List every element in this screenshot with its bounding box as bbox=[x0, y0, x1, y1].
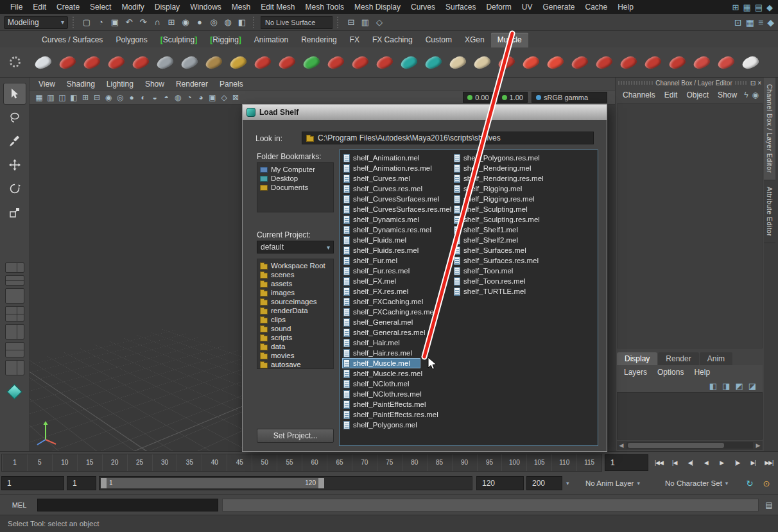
project-folder-item[interactable]: data bbox=[259, 342, 288, 351]
auto-keyframe-icon[interactable]: ⊙ bbox=[760, 477, 773, 490]
viewport-icon[interactable]: ● bbox=[126, 92, 137, 103]
anim-layer-dropdown[interactable]: No Anim Layer ▾ bbox=[585, 476, 640, 490]
playback-button[interactable]: ▶▶| bbox=[761, 454, 777, 472]
menu-item[interactable]: Deform bbox=[481, 1, 516, 13]
menu-item[interactable]: Create bbox=[51, 1, 85, 13]
playback-button[interactable]: ▶ bbox=[714, 454, 730, 472]
shelf-tool-button[interactable] bbox=[739, 50, 761, 74]
panel-menu-item[interactable]: Lighting bbox=[101, 78, 139, 90]
select-tool[interactable] bbox=[3, 83, 26, 105]
shelf-tool-button[interactable] bbox=[496, 50, 517, 74]
layer-editor-menu-item[interactable]: Options bbox=[653, 366, 688, 378]
dialog-titlebar[interactable]: Load Shelf bbox=[243, 105, 607, 120]
shelf-tab[interactable]: [Rigging] bbox=[203, 33, 248, 47]
playback-end-field[interactable]: 120 bbox=[476, 476, 524, 490]
file-item[interactable]: shelf_Muscle.mel bbox=[342, 358, 420, 368]
toolbar-corner-icon[interactable]: ≡ bbox=[758, 17, 763, 28]
shelf-tool-button[interactable] bbox=[544, 50, 566, 74]
sidebar-vertical-tab[interactable]: Channel Box / Layer Editor bbox=[764, 78, 775, 180]
panel-menu-item[interactable]: View bbox=[33, 78, 60, 90]
file-item[interactable]: shelf_Fluids.mel bbox=[342, 235, 417, 245]
shelf-tool-button[interactable] bbox=[56, 50, 78, 74]
file-item[interactable]: shelf_Fur.res.mel bbox=[342, 266, 420, 276]
shelf-tool-button[interactable] bbox=[130, 50, 151, 74]
range-end-handle[interactable] bbox=[318, 478, 324, 488]
layout-button-outliner-small[interactable] bbox=[5, 262, 24, 273]
file-item[interactable]: shelf_Curves.res.mel bbox=[342, 184, 433, 194]
file-item[interactable]: shelf_Surfaces.res.mel bbox=[453, 255, 549, 266]
toolbar-icon[interactable]: ◍ bbox=[221, 16, 234, 29]
file-item[interactable]: shelf_Animation.mel bbox=[342, 153, 430, 163]
file-item[interactable]: shelf_Hair.mel bbox=[342, 338, 410, 348]
paint-select-tool[interactable] bbox=[3, 130, 26, 152]
shelf-tool-button[interactable] bbox=[398, 50, 420, 74]
toolbar-icon[interactable]: ↶ bbox=[123, 16, 135, 29]
shelf-tool-button[interactable] bbox=[715, 50, 737, 74]
viewport-icon[interactable]: ⊟ bbox=[91, 92, 103, 103]
live-surface-field[interactable]: No Live Surface bbox=[261, 16, 333, 29]
layer-editor-tab[interactable]: Display bbox=[617, 352, 657, 365]
panel-menu-item[interactable]: Shading bbox=[62, 78, 100, 90]
toolbar-icon[interactable]: ∩ bbox=[151, 16, 164, 29]
toolbar-corner-icon[interactable]: ▦ bbox=[746, 17, 754, 28]
layer-editor-icon[interactable]: ◪ bbox=[748, 381, 756, 391]
viewport-icon[interactable]: ▦ bbox=[33, 92, 45, 103]
layout-button-outliner-persp[interactable] bbox=[5, 360, 24, 375]
sidebar-vertical-tab[interactable]: Attribute Editor bbox=[764, 180, 775, 243]
file-item[interactable]: shelf_Curves.mel bbox=[342, 173, 420, 184]
scrollbar-track[interactable] bbox=[627, 442, 753, 449]
menu-item[interactable]: Surfaces bbox=[440, 1, 481, 13]
project-folder-item[interactable]: images bbox=[259, 288, 297, 297]
menu-item[interactable]: Display bbox=[150, 1, 185, 13]
shelf-tool-button[interactable] bbox=[81, 50, 103, 74]
menu-item[interactable]: Edit Mesh bbox=[255, 1, 300, 13]
move-tool[interactable] bbox=[3, 154, 26, 176]
file-item[interactable]: shelf_Surfaces.mel bbox=[453, 245, 537, 255]
file-item[interactable]: shelf_TURTLE.mel bbox=[453, 286, 536, 296]
playback-button[interactable]: ◀| bbox=[682, 454, 698, 472]
project-folder-item[interactable]: movies bbox=[259, 351, 297, 360]
range-options-dropdown[interactable]: ▾ bbox=[566, 476, 569, 490]
project-folder-item[interactable]: renderData bbox=[259, 306, 311, 315]
look-in-combo[interactable]: C:\Program Files\Autodesk\Maya2016\scrip… bbox=[302, 132, 594, 144]
playback-button[interactable]: |▶ bbox=[730, 454, 746, 472]
shelf-tab[interactable]: Custom bbox=[419, 33, 458, 47]
toolbar-icon[interactable]: ◎ bbox=[207, 16, 220, 29]
channel-box-menu-icon[interactable]: ϟ bbox=[744, 90, 748, 99]
range-start-handle[interactable] bbox=[101, 478, 107, 488]
playback-range-bar[interactable]: 1 120 bbox=[101, 478, 324, 488]
toolbar-icon[interactable]: ◇ bbox=[373, 16, 386, 29]
animation-end-field[interactable]: 200 bbox=[526, 476, 562, 490]
character-set-dropdown[interactable]: No Character Set ▾ bbox=[665, 476, 728, 490]
file-item[interactable]: shelf_NCloth.mel bbox=[342, 379, 420, 389]
shelf-file-list[interactable]: shelf_Animation.mel shelf_Animation.res.… bbox=[339, 150, 598, 446]
viewport-icon[interactable]: ◉ bbox=[103, 92, 114, 103]
shelf-menu-icon[interactable] bbox=[9, 36, 19, 44]
panel-header-icon[interactable]: ⊡ bbox=[750, 80, 756, 87]
layout-button-single-pane[interactable] bbox=[5, 288, 24, 304]
panel-menu-item[interactable]: Panels bbox=[214, 78, 248, 90]
toolbar-icon[interactable]: ◧ bbox=[236, 16, 248, 29]
channel-box-menu-item[interactable]: Channels bbox=[618, 89, 660, 101]
menu-item[interactable]: Edit bbox=[28, 1, 51, 13]
shelf-tool-button[interactable] bbox=[325, 50, 347, 74]
project-folder-item[interactable]: scripts bbox=[259, 333, 295, 342]
rotate-tool[interactable] bbox=[3, 178, 26, 200]
layer-editor-icon[interactable]: ◩ bbox=[735, 381, 743, 391]
panel-menu-item[interactable]: Renderer bbox=[171, 78, 213, 90]
drag-grip-icon[interactable] bbox=[618, 81, 653, 85]
layout-button-split-small[interactable] bbox=[5, 275, 24, 286]
layout-button-two-pane-stack[interactable] bbox=[5, 342, 24, 357]
toolbar-icon[interactable]: ◔ bbox=[94, 16, 107, 29]
bookmark-item[interactable]: My Computer bbox=[259, 165, 318, 174]
layer-editor-tab[interactable]: Anim bbox=[700, 352, 732, 365]
shelf-tool-button[interactable] bbox=[252, 50, 273, 74]
shelf-tool-button[interactable] bbox=[276, 50, 298, 74]
drag-grip-icon[interactable] bbox=[735, 81, 748, 85]
shelf-tool-button[interactable] bbox=[666, 50, 688, 74]
file-item[interactable]: shelf_Rendering.mel bbox=[453, 163, 541, 173]
file-item[interactable]: shelf_FXCaching.mel bbox=[342, 296, 433, 307]
shelf-tool-button[interactable] bbox=[471, 50, 493, 74]
command-input[interactable] bbox=[37, 499, 218, 511]
layout-button-four-pane[interactable] bbox=[5, 306, 24, 322]
